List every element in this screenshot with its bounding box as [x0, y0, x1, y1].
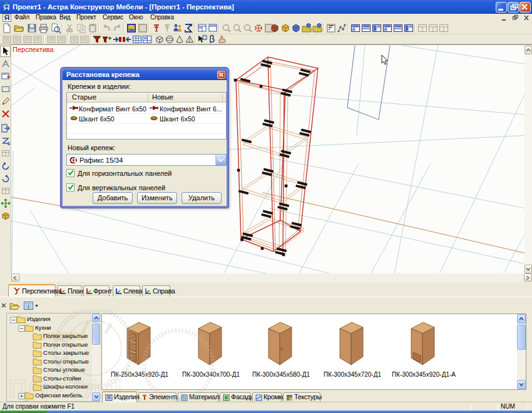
svg-text:ПОРТАЛ: ПОРТАЛ	[9, 375, 123, 402]
